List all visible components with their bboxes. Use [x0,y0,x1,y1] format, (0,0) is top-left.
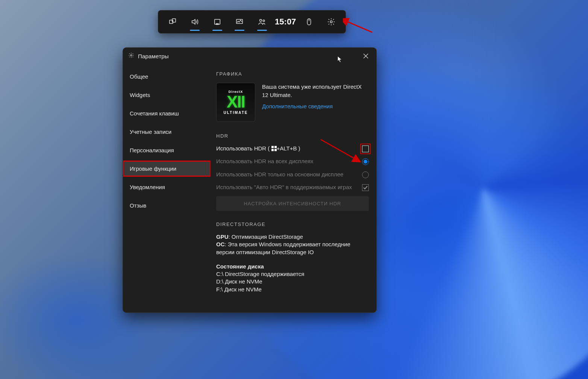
radio-hdr-main-display[interactable] [362,171,369,178]
settings-panel: Параметры Общее Widgets Сочетания клавиш… [123,47,377,313]
gamebar-settings-icon[interactable] [320,11,342,33]
gamebar-toolbar: 15:07 [158,10,346,33]
gamebar-xbox-social-icon[interactable] [251,11,273,33]
section-graphics-title: ГРАФИКА [216,71,369,77]
directx-status-text: Ваша система уже использует DirectX 12 U… [262,83,369,122]
svg-point-6 [263,20,265,22]
gamebar-clock: 15:07 [273,17,298,27]
svg-point-5 [259,20,262,22]
svg-point-11 [130,55,132,56]
option-auto-hdr[interactable]: Использовать "Авто HDR" в поддерживаемых… [216,183,369,191]
section-directstorage-title: DIRECTSTORAGE [216,221,369,227]
sidebar-item-widgets[interactable]: Widgets [123,87,210,103]
sidebar-item-shortcuts[interactable]: Сочетания клавиш [123,106,210,121]
directstorage-disk-status: Состояние диска C:\ DirectStorage поддер… [216,263,369,293]
sidebar-item-notifications[interactable]: Уведомления [123,179,210,195]
learn-more-link[interactable]: Дополнительные сведения [262,102,369,111]
option-hdr-all-displays[interactable]: Использовать HDR на всех дисплеях [216,158,369,165]
checkbox-auto-hdr[interactable] [362,184,369,191]
sidebar-item-feedback[interactable]: Отзыв [123,198,210,213]
settings-content: ГРАФИКА DirectX XII ULTIMATE Ваша систем… [210,64,376,312]
close-button[interactable] [361,51,371,61]
radio-hdr-all-displays[interactable] [362,158,369,165]
checkbox-use-hdr[interactable] [362,146,369,152]
gamebar-capture-icon[interactable] [206,11,229,33]
sidebar-item-gaming-features[interactable]: Игровые функции [123,161,210,176]
sidebar-item-personalization[interactable]: Персонализация [123,143,210,158]
directstorage-status: GPU: Оптимизация DirectStorage ОС: Эта в… [216,233,369,256]
panel-header: Параметры [123,48,376,64]
hdr-intensity-button: НАСТРОЙКА ИНТЕНСИВНОСТИ HDR [216,196,369,211]
section-hdr-title: HDR [216,133,369,139]
option-hdr-main-display[interactable]: Использовать HDR только на основном дисп… [216,171,369,178]
gear-icon [128,52,134,60]
settings-sidebar: Общее Widgets Сочетания клавиш Учетные з… [123,64,210,312]
option-use-hdr-label: Использовать HDR ( +ALT+B ) [216,145,357,152]
gamebar-mouse-icon[interactable] [298,11,320,33]
sidebar-item-general[interactable]: Общее [123,69,210,84]
windows-key-icon [271,146,277,151]
sidebar-item-accounts[interactable]: Учетные записи [123,124,210,139]
svg-point-9 [330,21,332,23]
gamebar-performance-icon[interactable] [229,11,251,33]
gamebar-audio-icon[interactable] [184,11,206,33]
panel-title: Параметры [138,53,169,59]
directx-12-ultimate-badge: DirectX XII ULTIMATE [216,83,255,122]
option-use-hdr[interactable]: Использовать HDR ( +ALT+B ) [216,145,369,152]
gamebar-widgets-icon[interactable] [161,11,184,33]
